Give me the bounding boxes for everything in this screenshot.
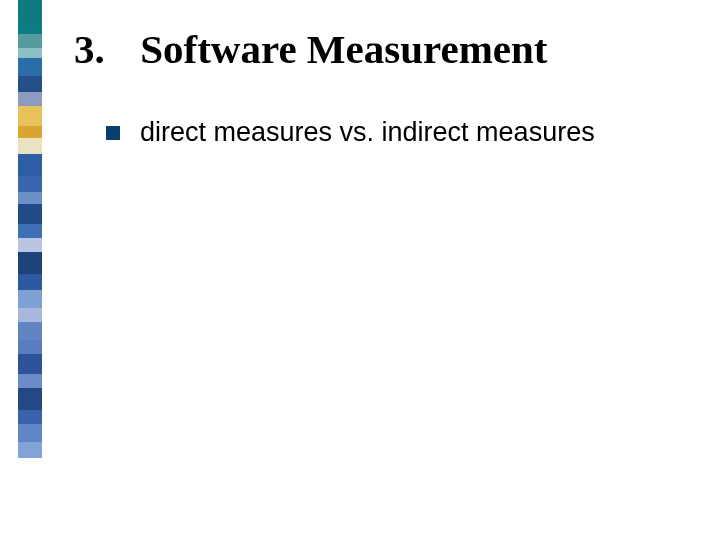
title-text: Software Measurement [140, 26, 547, 72]
ribbon-segment [18, 154, 42, 176]
slide: 3. Software Measurement direct measures … [0, 0, 720, 540]
ribbon-segment [18, 290, 42, 308]
ribbon-segment [18, 322, 42, 340]
ribbon-segment [18, 48, 42, 58]
ribbon-segment [18, 252, 42, 274]
ribbon-segment [18, 340, 42, 354]
ribbon-segment [18, 76, 42, 92]
ribbon-segment [18, 0, 42, 22]
ribbon-segment [18, 204, 42, 224]
slide-title: 3. Software Measurement [74, 26, 694, 73]
ribbon-segment [18, 424, 42, 442]
ribbon-segment [18, 138, 42, 154]
ribbon-segment [18, 58, 42, 76]
ribbon-segment [18, 374, 42, 388]
ribbon-segment [18, 224, 42, 238]
decorative-ribbon [18, 0, 42, 540]
bullet-text: direct measures vs. indirect measures [140, 116, 595, 148]
title-area: 3. Software Measurement [74, 26, 694, 73]
bullet-item: direct measures vs. indirect measures [106, 116, 686, 148]
ribbon-segment [18, 176, 42, 192]
ribbon-segment [18, 192, 42, 204]
square-bullet-icon [106, 126, 120, 140]
ribbon-segment [18, 238, 42, 252]
ribbon-segment [18, 106, 42, 126]
ribbon-segment [18, 22, 42, 34]
ribbon-segment [18, 458, 42, 540]
ribbon-segment [18, 410, 42, 424]
ribbon-segment [18, 388, 42, 410]
body-area: direct measures vs. indirect measures [106, 116, 686, 148]
ribbon-segment [18, 354, 42, 374]
ribbon-segment [18, 308, 42, 322]
ribbon-segment [18, 274, 42, 290]
ribbon-segment [18, 442, 42, 458]
ribbon-segment [18, 92, 42, 106]
ribbon-segment [18, 34, 42, 48]
title-number: 3. [74, 26, 130, 73]
ribbon-segment [18, 126, 42, 138]
